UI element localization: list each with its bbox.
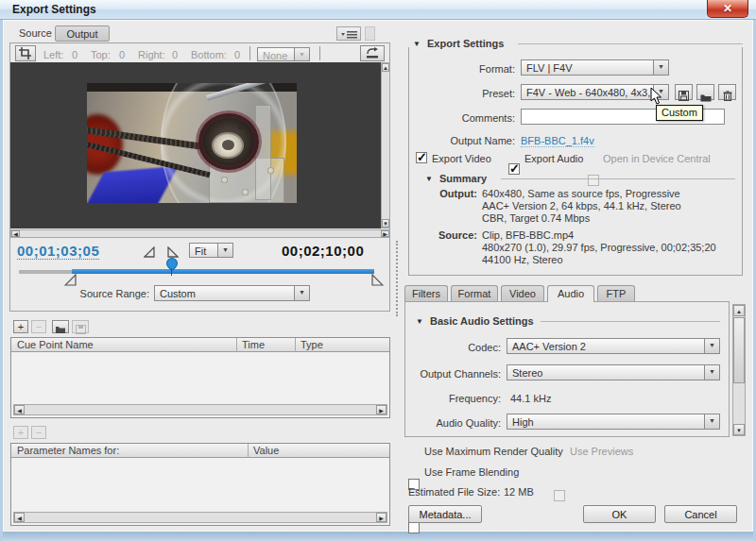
save-cue-points-button[interactable] [72, 320, 89, 333]
load-cue-points-button[interactable] [52, 320, 69, 333]
current-timecode[interactable]: 00;01;03;05 [17, 243, 99, 260]
video-acrylic-column [255, 105, 272, 201]
param-col-name[interactable]: Parameter Names for: [17, 445, 119, 456]
chevron-down-icon [704, 339, 719, 353]
frequency-value: 44.1 kHz [510, 393, 551, 404]
cue-point-table-header[interactable]: Cue Point Name Time Type [11, 338, 389, 352]
save-icon [76, 325, 86, 334]
frame-blending-checkbox[interactable] [408, 522, 420, 533]
panel-splitter[interactable] [396, 241, 398, 316]
cue-col-type[interactable]: Type [301, 339, 323, 350]
export-video-checkbox[interactable] [416, 152, 427, 163]
metadata-button[interactable]: Metadata... [408, 505, 482, 523]
chevron-down-icon [294, 286, 309, 300]
chevron-down-icon [704, 414, 719, 429]
curved-arrow-icon [364, 47, 381, 59]
preview-vertical-scrollbar[interactable]: ▲ ▼ [381, 62, 390, 228]
crop-right-label: Right: [138, 49, 165, 60]
crop-bottom-value[interactable]: 0 [234, 49, 240, 60]
parameter-table[interactable]: Parameter Names for: Value ◀ ▶ [10, 443, 390, 526]
zoom-level-dropdown[interactable]: Fit [189, 243, 233, 258]
parameter-table-header[interactable]: Parameter Names for: Value [11, 444, 389, 458]
add-parameter-button[interactable]: + [13, 426, 28, 439]
tab-ftp[interactable]: FTP [597, 285, 635, 301]
tab-source[interactable]: Source [19, 27, 52, 39]
crop-separator-1 [249, 46, 250, 60]
cue-col-time[interactable]: Time [242, 339, 265, 350]
source-range-dropdown[interactable]: Custom [154, 285, 310, 301]
remove-cue-point-button[interactable]: − [31, 320, 46, 333]
playhead-stem [171, 268, 172, 276]
video-pulley-hole [238, 125, 244, 129]
audio-quality-label: Audio Quality: [406, 417, 501, 429]
summary-source-line-2: 480x270 (1.0), 29.97 fps, Progressive, 0… [482, 242, 716, 254]
tab-output[interactable]: Output [55, 25, 110, 42]
output-channels-label: Output Channels: [406, 368, 501, 380]
save-icon [679, 91, 689, 101]
cue-point-table[interactable]: Cue Point Name Time Type ◀ ▶ [10, 337, 390, 418]
crop-ratio-dropdown[interactable]: None [257, 47, 310, 61]
device-central-checkbox[interactable] [588, 175, 599, 186]
set-in-point-icon[interactable] [144, 245, 156, 262]
export-settings-dialog: Export Settings ✕ Source Output Left: 0 … [0, 0, 756, 541]
source-range-value: Custom [155, 286, 294, 300]
cue-col-name[interactable]: Cue Point Name [17, 339, 94, 350]
preview-horizontal-scrollbar[interactable]: ◀ ▶ [10, 229, 390, 238]
chevron-down-icon [704, 365, 719, 380]
export-audio-checkbox[interactable] [508, 163, 520, 175]
close-button[interactable]: ✕ [707, 0, 748, 18]
summary-source-line-1: Clip, BFB-BBC.mp4 [482, 229, 574, 242]
panel-menu-icon[interactable] [336, 26, 361, 41]
duration-timecode: 00;02;10;00 [282, 243, 364, 259]
summary-collapse-icon[interactable]: ▼ [425, 175, 433, 183]
import-preset-button[interactable] [696, 84, 714, 100]
format-label: Format: [416, 63, 515, 75]
cue-table-hscrollbar[interactable]: ◀ ▶ [13, 404, 387, 415]
frequency-label: Frequency: [406, 393, 501, 404]
ok-button[interactable]: OK [583, 505, 656, 523]
preset-tooltip: Custom [656, 105, 703, 121]
save-preset-button[interactable] [675, 84, 693, 100]
window-bottom-edge [3, 532, 753, 541]
tab-audio[interactable]: Audio [547, 285, 594, 302]
frame-blending-label: Use Frame Blending [424, 466, 519, 478]
audio-quality-dropdown[interactable]: High [507, 414, 720, 430]
range-out-handle[interactable] [370, 273, 384, 290]
basic-audio-collapse-icon[interactable]: ▼ [416, 317, 423, 326]
folder-icon [700, 93, 712, 102]
format-dropdown[interactable]: FLV | F4V [521, 59, 669, 76]
max-render-quality-label: Use Maximum Render Quality [424, 446, 563, 457]
summary-source-line-3: 44100 Hz, Stereo [482, 254, 563, 266]
crop-top-value[interactable]: 0 [119, 49, 125, 60]
crop-right-value[interactable]: 0 [172, 49, 178, 60]
crop-top-label: Top: [91, 49, 111, 60]
panel-menu-spacer [365, 26, 375, 41]
chevron-down-icon [653, 60, 668, 75]
crop-button[interactable] [15, 45, 36, 61]
crop-settings-button[interactable] [360, 45, 385, 61]
tab-video[interactable]: Video [501, 285, 544, 301]
preset-dropdown[interactable]: F4V - Web - 640x480, 4x3, P... [521, 84, 669, 100]
chevron-down-icon [294, 48, 309, 60]
remove-parameter-button[interactable]: − [31, 426, 46, 439]
file-size-value: 12 MB [504, 486, 534, 498]
tab-format[interactable]: Format [451, 285, 498, 301]
tab-filters[interactable]: Filters [404, 285, 448, 301]
summary-rule [501, 178, 735, 179]
options-vertical-scrollbar[interactable]: ▲ ▼ [732, 304, 746, 436]
title-bar[interactable] [0, 0, 756, 20]
output-name-link[interactable]: BFB-BBC_1.f4v [521, 135, 594, 147]
delete-preset-button[interactable] [718, 84, 736, 100]
summary-output-line-2: AAC+ Version 2, 64 kbps, 44.1 kHz, Stere… [482, 200, 681, 212]
crop-left-value[interactable]: 0 [72, 49, 77, 60]
source-range-label: Source Range: [57, 288, 149, 299]
cancel-button[interactable]: Cancel [664, 505, 737, 523]
chevron-down-icon [217, 244, 232, 257]
output-channels-dropdown[interactable]: Stereo [507, 364, 720, 380]
use-previews-checkbox[interactable] [554, 490, 565, 501]
timeline-range-bar[interactable] [72, 269, 374, 274]
add-cue-point-button[interactable]: + [13, 320, 28, 333]
param-col-value[interactable]: Value [253, 445, 279, 456]
codec-dropdown[interactable]: AAC+ Version 2 [507, 338, 720, 354]
parameter-table-hscrollbar[interactable]: ◀ ▶ [13, 512, 387, 523]
